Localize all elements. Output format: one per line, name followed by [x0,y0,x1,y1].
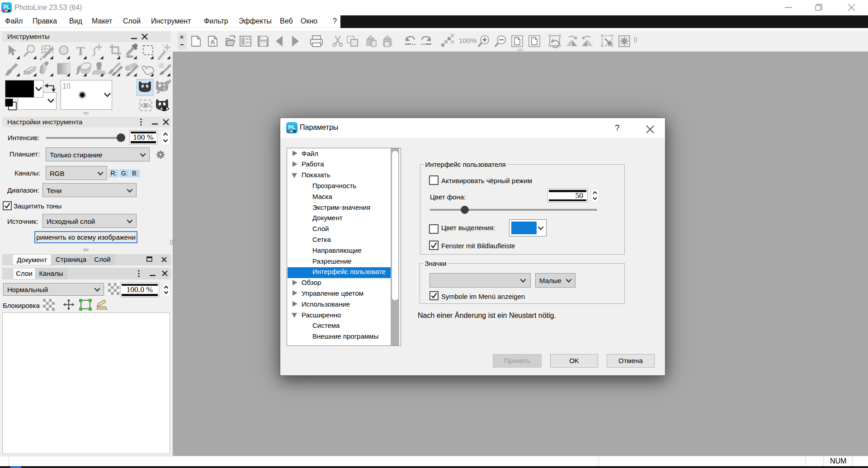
svg-text:10: 10 [62,82,71,90]
svg-text:PL: PL [3,4,10,10]
svg-text:T: T [76,44,85,58]
svg-text:A: A [210,38,215,46]
svg-text:100%: 100% [459,37,477,44]
